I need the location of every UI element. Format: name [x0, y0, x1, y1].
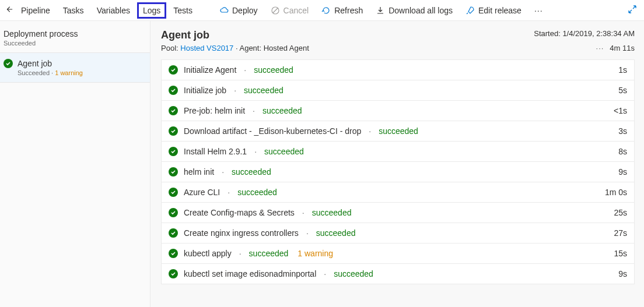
step-name: Azure CLI [184, 188, 220, 197]
check-icon [169, 106, 178, 115]
step-row[interactable]: Create Config-maps & Secrets·succeeded25… [162, 203, 634, 223]
step-duration: 1s [618, 65, 627, 75]
cancel-icon [271, 6, 280, 15]
job-more-button[interactable]: ··· [596, 44, 604, 52]
tab-tasks[interactable]: Tasks [57, 2, 90, 19]
step-status: succeeded [312, 208, 352, 217]
step-duration: 5s [618, 86, 627, 95]
step-row[interactable]: Pre-job: helm init·succeeded<1s [162, 101, 634, 121]
cancel-label: Cancel [284, 6, 309, 15]
tab-tests[interactable]: Tests [167, 2, 198, 19]
back-icon[interactable] [5, 5, 13, 15]
step-name: Initialize job [184, 86, 226, 95]
check-icon [169, 65, 178, 75]
step-duration: 15s [614, 249, 627, 258]
step-duration: 27s [614, 228, 627, 238]
step-warning: 1 warning [298, 249, 333, 258]
step-status: succeeded [334, 269, 373, 278]
deploy-label: Deploy [232, 6, 258, 15]
step-duration: 9s [618, 269, 627, 278]
check-icon [169, 249, 178, 258]
edit-release-button[interactable]: Edit release [460, 2, 527, 19]
step-duration: 9s [618, 167, 627, 177]
tab-pipeline[interactable]: Pipeline [15, 2, 56, 19]
refresh-label: Refresh [334, 6, 363, 15]
started-time: Started: 1/4/2019, 2:38:34 AM [534, 29, 635, 38]
step-row[interactable]: Download artifact - _Edison-kubernetes-C… [162, 121, 634, 142]
step-name: kubectl set image edisonadminportal [184, 269, 316, 278]
step-name: Download artifact - _Edison-kubernetes-C… [184, 126, 361, 136]
check-icon [169, 147, 178, 156]
pool-link[interactable]: Hosted VS2017 [180, 44, 233, 52]
top-toolbar: Pipeline Tasks Variables Logs Tests Depl… [0, 0, 644, 21]
step-status: succeeded [244, 86, 284, 95]
expand-icon[interactable] [625, 2, 639, 18]
step-row[interactable]: kubectl apply·succeeded1 warning15s [162, 244, 634, 264]
step-row[interactable]: Initialize job·succeeded5s [162, 80, 634, 101]
step-duration: 25s [614, 208, 627, 217]
svg-line-1 [273, 8, 278, 13]
step-status: succeeded [232, 167, 271, 177]
check-icon [169, 269, 178, 278]
pool-agent-line: Pool: Hosted VS2017 · Agent: Hosted Agen… [161, 44, 309, 52]
check-icon [169, 188, 178, 197]
step-list: Initialize Agent·succeeded1sInitialize j… [161, 59, 635, 284]
right-pane: Agent job Started: 1/4/2019, 2:38:34 AM … [150, 21, 644, 307]
more-actions-button[interactable]: ··· [528, 2, 549, 19]
step-status: succeeded [249, 249, 289, 258]
tab-logs[interactable]: Logs [137, 2, 166, 19]
step-name: Create nginx ingress controllers [184, 228, 299, 238]
step-duration: 8s [618, 147, 627, 156]
deploy-button[interactable]: Deploy [214, 2, 264, 19]
step-status: succeeded [379, 126, 418, 136]
deployment-process-status: Succeeded [4, 40, 144, 47]
step-status: succeeded [237, 188, 277, 197]
tab-variables[interactable]: Variables [91, 2, 136, 19]
step-row[interactable]: Install Helm 2.9.1·succeeded8s [162, 142, 634, 162]
left-pane: Deployment process Succeeded Agent job S… [0, 21, 150, 307]
cancel-button: Cancel [265, 2, 315, 19]
check-icon [169, 86, 178, 95]
edit-label: Edit release [478, 6, 522, 15]
cloud-icon [219, 6, 229, 15]
download-icon [376, 6, 385, 15]
download-label: Download all logs [388, 6, 453, 15]
step-name: Initialize Agent [184, 65, 236, 75]
check-icon [169, 126, 178, 136]
check-icon [169, 228, 178, 238]
check-icon [169, 208, 178, 217]
step-status: succeeded [254, 65, 293, 75]
sidebar-item-agent-job[interactable]: Agent job Succeeded · 1 warning [0, 52, 150, 83]
step-duration: 1m 0s [605, 188, 627, 197]
step-row[interactable]: helm init·succeeded9s [162, 162, 634, 182]
job-duration: 4m 11s [610, 44, 635, 52]
step-row[interactable]: Create nginx ingress controllers·succeed… [162, 223, 634, 244]
rocket-icon [466, 6, 475, 15]
step-duration: <1s [614, 106, 627, 115]
step-duration: 3s [618, 126, 627, 136]
job-name: Agent job [18, 59, 83, 68]
step-name: kubectl apply [184, 249, 232, 258]
check-icon [4, 59, 13, 68]
step-row[interactable]: kubectl set image edisonadminportal·succ… [162, 264, 634, 284]
step-status: succeeded [264, 147, 304, 156]
refresh-icon [321, 6, 331, 15]
download-logs-button[interactable]: Download all logs [370, 2, 459, 19]
step-name: Install Helm 2.9.1 [184, 147, 247, 156]
deployment-process-title: Deployment process [4, 29, 144, 38]
step-row[interactable]: Initialize Agent·succeeded1s [162, 60, 634, 80]
job-sub: Succeeded · 1 warning [18, 69, 83, 76]
step-row[interactable]: Azure CLI·succeeded1m 0s [162, 182, 634, 203]
refresh-button[interactable]: Refresh [316, 2, 369, 19]
step-name: helm init [184, 167, 214, 177]
step-name: Pre-job: helm init [184, 106, 245, 115]
step-name: Create Config-maps & Secrets [184, 208, 295, 217]
step-status: succeeded [262, 106, 302, 115]
check-icon [169, 167, 178, 177]
step-status: succeeded [316, 228, 356, 238]
page-title: Agent job [161, 29, 209, 41]
